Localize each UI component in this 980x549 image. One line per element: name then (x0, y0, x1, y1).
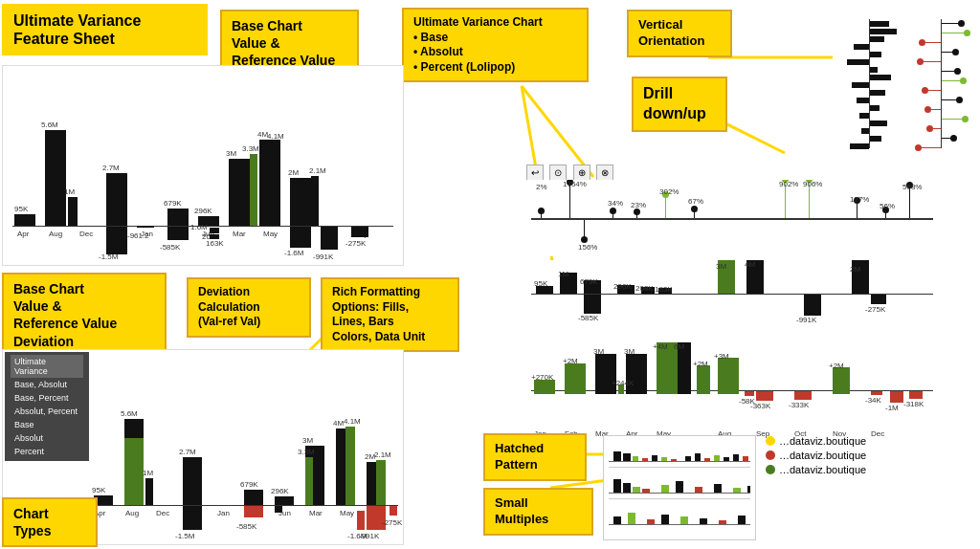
deviation-calc-callout: Deviation Calculation (Val-ref Val) (187, 277, 311, 338)
chart-types-callout: Chart Types (2, 497, 98, 547)
legend-absolut[interactable]: Absolut (11, 431, 83, 445)
ultimate-variance-callout: Ultimate Variance Chart • Base • Absolut… (402, 8, 589, 82)
brand-dot-1 (766, 436, 775, 446)
legend-ultimate-variance[interactable]: Ultimate Variance (11, 355, 83, 378)
legend-absolut-percent[interactable]: Absolut, Percent (11, 405, 83, 418)
brand-item-2: …dataviz.boutique (766, 450, 967, 461)
small-multiples-callout: Small Multiples (483, 488, 593, 536)
brand-item-3: …dataviz.boutique (766, 464, 967, 475)
drill-down-callout: Drill down/up (632, 77, 727, 132)
brand-dot-3 (766, 465, 775, 474)
lollipop-chart: 2% 1754% 156% 34% 23% 302% 67% 902% 906%… (526, 180, 938, 256)
toolbar-drill-down-button[interactable]: ⊕ (573, 165, 590, 182)
right-middle-chart: 95K 1M 679K 296K 208K 163K 3M 4M 2M -585… (526, 260, 938, 337)
hatched-pattern-callout: Hatched Pattern (483, 433, 587, 481)
rich-formatting-callout: Rich Formatting Options: Fills, Lines, B… (321, 277, 459, 352)
brand-text-3: …dataviz.boutique (779, 464, 866, 475)
small-multiples-chart (603, 435, 756, 540)
base-deviation-callout: Base Chart Value & Reference Value Devia… (2, 273, 167, 358)
brand-item-1: …dataviz.boutique (766, 435, 967, 447)
brand-dot-2 (766, 450, 775, 460)
right-bottom-variance-chart: Jan Feb Mar Apr May Aug Sep Oct Nov Dec … (526, 342, 938, 443)
brand-text-1: …dataviz.boutique (779, 435, 866, 447)
toolbar-settings-button[interactable]: ⊗ (596, 165, 613, 182)
legend-base-percent[interactable]: Base, Percent (11, 391, 83, 405)
toolbar-drill-up-button[interactable]: ⊙ (549, 165, 567, 182)
legend-percent[interactable]: Percent (11, 445, 83, 458)
legend-base[interactable]: Base (11, 418, 83, 431)
top-main-chart: Apr Aug Dec Feb Jan Jul Jun Mar May Nov … (2, 65, 404, 266)
vertical-lollipop-chart (904, 10, 976, 158)
vertical-orientation-callout: Vertical Orientation (627, 10, 732, 57)
chart-toolbar: ↩ ⊙ ⊕ ⊗ (526, 163, 615, 182)
vertical-bar-chart (833, 10, 904, 158)
brand-text-2: …dataviz.boutique (779, 450, 866, 461)
page-title: Ultimate Variance Feature Sheet (2, 4, 208, 55)
chart-legend: Ultimate Variance Base, Absolut Base, Pe… (5, 352, 89, 461)
legend-base-absolut[interactable]: Base, Absolut (11, 378, 83, 391)
toolbar-back-button[interactable]: ↩ (526, 165, 544, 182)
